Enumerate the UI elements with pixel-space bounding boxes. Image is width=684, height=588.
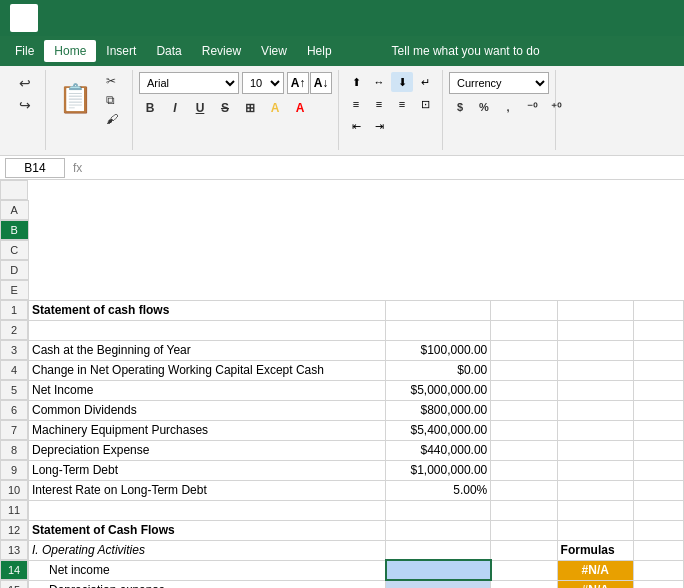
cell-4-C[interactable] (491, 360, 557, 380)
menu-file[interactable]: File (5, 40, 44, 62)
cell-3-D[interactable] (557, 340, 633, 360)
strikethrough-button[interactable]: S (214, 97, 236, 119)
bold-button[interactable]: B (139, 97, 161, 119)
menu-tell-me[interactable]: Tell me what you want to do (382, 40, 550, 62)
cell-12-D[interactable] (557, 520, 633, 540)
cell-11-B[interactable] (386, 500, 491, 520)
cell-2-D[interactable] (557, 320, 633, 340)
cell-2-B[interactable] (386, 320, 491, 340)
cell-5-A[interactable]: Net Income (29, 380, 386, 400)
paste-button[interactable]: 📋 (52, 72, 98, 124)
cell-2-E[interactable] (633, 320, 683, 340)
cell-15-D[interactable]: #N/A (557, 580, 633, 588)
cell-6-A[interactable]: Common Dividends (29, 400, 386, 420)
cell-5-D[interactable] (557, 380, 633, 400)
cell-10-A[interactable]: Interest Rate on Long-Term Debt (29, 480, 386, 500)
cell-11-E[interactable] (633, 500, 683, 520)
col-header-a[interactable]: A (0, 200, 29, 220)
percent-button[interactable]: % (473, 97, 495, 117)
menu-data[interactable]: Data (146, 40, 191, 62)
cell-10-C[interactable] (491, 480, 557, 500)
cell-12-E[interactable] (633, 520, 683, 540)
wrap-text-button[interactable]: ↵ (414, 72, 436, 92)
format-painter-button[interactable]: 🖌 (102, 110, 126, 128)
cell-4-A[interactable]: Change in Net Operating Working Capital … (29, 360, 386, 380)
cell-3-B[interactable]: $100,000.00 (386, 340, 491, 360)
increase-decimal-button[interactable]: ⁺⁰ (545, 97, 567, 117)
cell-8-A[interactable]: Depreciation Expense (29, 440, 386, 460)
font-size-select[interactable]: 10 (242, 72, 284, 94)
cell-3-C[interactable] (491, 340, 557, 360)
cell-12-B[interactable] (386, 520, 491, 540)
grid-container[interactable]: A B C D E 1Statement of cash flows23Cash… (0, 180, 684, 588)
cell-4-D[interactable] (557, 360, 633, 380)
cell-6-E[interactable] (633, 400, 683, 420)
copy-button[interactable]: ⧉ (102, 91, 126, 109)
cell-1-D[interactable] (557, 300, 633, 320)
cell-6-B[interactable]: $800,000.00 (386, 400, 491, 420)
cell-9-B[interactable]: $1,000,000.00 (386, 460, 491, 480)
cell-3-E[interactable] (633, 340, 683, 360)
cell-reference[interactable] (5, 158, 65, 178)
bottom-align-button[interactable]: ⬇ (391, 72, 413, 92)
cell-9-D[interactable] (557, 460, 633, 480)
redo-button[interactable]: ↪ (11, 94, 39, 116)
cell-7-E[interactable] (633, 420, 683, 440)
left-align-button[interactable]: ≡ (345, 94, 367, 114)
center-align-button[interactable]: ≡ (368, 94, 390, 114)
increase-indent-button[interactable]: ⇥ (368, 116, 390, 136)
font-color-button[interactable]: A (289, 97, 311, 119)
font-family-select[interactable]: Arial (139, 72, 239, 94)
currency-button[interactable]: $ (449, 97, 471, 117)
cell-8-D[interactable] (557, 440, 633, 460)
grow-font-button[interactable]: A↑ (287, 72, 309, 94)
cell-9-A[interactable]: Long-Term Debt (29, 460, 386, 480)
cell-13-A[interactable]: I. Operating Activities (29, 540, 386, 560)
cell-14-C[interactable] (491, 560, 557, 580)
number-format-select[interactable]: Currency (449, 72, 549, 94)
italic-button[interactable]: I (164, 97, 186, 119)
decrease-decimal-button[interactable]: ⁻⁰ (521, 97, 543, 117)
cell-12-A[interactable]: Statement of Cash Flows (29, 520, 386, 540)
menu-review[interactable]: Review (192, 40, 251, 62)
cell-1-A[interactable]: Statement of cash flows (29, 300, 386, 320)
col-header-d[interactable]: D (0, 260, 29, 280)
cell-12-C[interactable] (491, 520, 557, 540)
cell-1-E[interactable] (633, 300, 683, 320)
fill-color-button[interactable]: A (264, 97, 286, 119)
decrease-indent-button[interactable]: ⇤ (345, 116, 367, 136)
cell-13-C[interactable] (491, 540, 557, 560)
cell-15-B[interactable] (386, 580, 491, 588)
cell-6-D[interactable] (557, 400, 633, 420)
cell-8-B[interactable]: $440,000.00 (386, 440, 491, 460)
cell-11-C[interactable] (491, 500, 557, 520)
merge-button[interactable]: ⊡ (414, 94, 436, 114)
menu-help[interactable]: Help (297, 40, 342, 62)
menu-view[interactable]: View (251, 40, 297, 62)
cell-11-A[interactable] (29, 500, 386, 520)
cell-14-B[interactable] (386, 560, 491, 580)
shrink-font-button[interactable]: A↓ (310, 72, 332, 94)
cell-5-B[interactable]: $5,000,000.00 (386, 380, 491, 400)
border-button[interactable]: ⊞ (239, 97, 261, 119)
underline-button[interactable]: U (189, 97, 211, 119)
cell-1-B[interactable] (386, 300, 491, 320)
cell-13-B[interactable] (386, 540, 491, 560)
col-header-c[interactable]: C (0, 240, 29, 260)
cell-13-E[interactable] (633, 540, 683, 560)
cell-2-A[interactable] (29, 320, 386, 340)
col-header-b[interactable]: B (0, 220, 29, 240)
cell-4-E[interactable] (633, 360, 683, 380)
cell-7-D[interactable] (557, 420, 633, 440)
cell-4-B[interactable]: $0.00 (386, 360, 491, 380)
right-align-button[interactable]: ≡ (391, 94, 413, 114)
cell-7-B[interactable]: $5,400,000.00 (386, 420, 491, 440)
cell-10-E[interactable] (633, 480, 683, 500)
comma-button[interactable]: , (497, 97, 519, 117)
col-header-e[interactable]: E (0, 280, 29, 300)
cell-8-E[interactable] (633, 440, 683, 460)
cell-11-D[interactable] (557, 500, 633, 520)
cell-9-E[interactable] (633, 460, 683, 480)
cell-14-E[interactable] (633, 560, 683, 580)
cell-2-C[interactable] (491, 320, 557, 340)
